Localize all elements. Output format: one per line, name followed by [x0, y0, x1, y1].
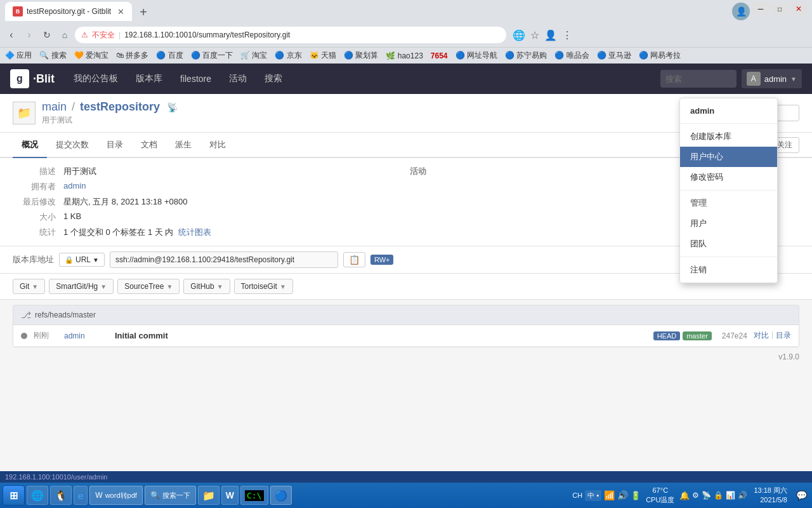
- bookmark-爱淘宝[interactable]: 🧡 爱淘宝: [74, 50, 108, 61]
- spacer7: [400, 227, 463, 238]
- commit-dot: [21, 333, 27, 339]
- tree-link[interactable]: 目录: [776, 330, 791, 341]
- nav-repos[interactable]: 版本库: [127, 64, 171, 94]
- stats-value: 1 个提交和 0 个标签在 1 天 内 统计图表: [63, 227, 400, 238]
- rw-badge: RW+: [370, 255, 394, 265]
- tab-docs[interactable]: 文档: [132, 133, 166, 157]
- sourcetree-button[interactable]: SourceTree ▼: [117, 279, 180, 294]
- translate-icon[interactable]: 🌐: [513, 29, 525, 41]
- ime-indicator[interactable]: 中 •: [585, 490, 601, 501]
- dropdown-users[interactable]: 用户: [680, 213, 777, 234]
- rss-icon[interactable]: 📡: [167, 102, 178, 112]
- modified-label: 最后修改: [13, 196, 63, 208]
- bookmark-京东[interactable]: 🔵 京东: [275, 50, 301, 61]
- activity-spacer: [400, 181, 463, 192]
- git-button[interactable]: Git ▼: [13, 279, 45, 294]
- dropdown-teams[interactable]: 团队: [680, 234, 777, 254]
- desc-label: 描述: [13, 166, 63, 177]
- bookmark-亚马逊[interactable]: 🔵 亚马逊: [597, 50, 631, 61]
- url-type-select[interactable]: 🔒 URL ▼: [59, 253, 105, 267]
- bookmark-hao123[interactable]: 🌿 hao123: [386, 51, 422, 60]
- commit-message: Initial commit: [115, 331, 647, 340]
- dropdown-change-password[interactable]: 修改密码: [680, 167, 777, 187]
- tortoisegit-button[interactable]: TortoiseGit ▼: [234, 279, 293, 294]
- commits-area: ⎇ refs/heads/master 刚刚 admin Initial com…: [13, 305, 799, 347]
- commit-author[interactable]: admin: [64, 331, 108, 340]
- admin-dropdown-trigger[interactable]: A admin ▼: [742, 69, 802, 88]
- dropdown-create-repo[interactable]: 创建版本库: [680, 126, 777, 147]
- nav-activity[interactable]: 活动: [220, 64, 256, 94]
- tab-overview[interactable]: 概况: [13, 133, 47, 158]
- taskbar-cmd-icon[interactable]: C:\: [240, 486, 268, 505]
- stats-label: 统计: [13, 227, 63, 238]
- bookmark-网址导航[interactable]: 🔵 网址导航: [455, 50, 497, 61]
- refresh-button[interactable]: ↻: [39, 27, 55, 43]
- bookmark-拼多多[interactable]: 🛍 拼多多: [116, 50, 148, 61]
- nav-dashboard[interactable]: 我的公告板: [65, 64, 127, 94]
- branch-icon: ⎇: [21, 310, 31, 320]
- dropdown-user-center[interactable]: 用户中心: [680, 147, 777, 167]
- tab-close-icon[interactable]: ✕: [117, 7, 124, 17]
- smartgit-button[interactable]: SmartGit/Hg ▼: [49, 279, 114, 294]
- new-tab-button[interactable]: +: [134, 3, 152, 21]
- bookmark-苏宁易购[interactable]: 🔵 苏宁易购: [505, 50, 547, 61]
- taskbar-qq-icon[interactable]: 🐧: [50, 486, 72, 505]
- taskbar-word-button[interactable]: W word转pdf: [89, 486, 142, 505]
- tray-icon2: 📡: [702, 491, 711, 500]
- app-logo[interactable]: g ·Blit: [10, 69, 55, 88]
- temp-label: CPU温度: [646, 495, 674, 505]
- copy-url-button[interactable]: 📋: [343, 252, 365, 267]
- word-icon: W: [95, 491, 102, 500]
- browser-tab-active[interactable]: B testRepository.git - Gitblit ✕: [5, 2, 132, 21]
- clone-url-input[interactable]: [110, 251, 338, 268]
- repo-owner-link[interactable]: main: [42, 100, 67, 113]
- back-button[interactable]: ‹: [4, 27, 19, 43]
- user-profile-icon[interactable]: 👤: [544, 29, 557, 41]
- tab-compare[interactable]: 对比: [200, 133, 235, 157]
- taskbar-folder-icon[interactable]: 📁: [198, 486, 219, 505]
- forward-button[interactable]: ›: [22, 27, 37, 43]
- bookmark-淘宝[interactable]: 🛒 淘宝: [240, 50, 267, 61]
- nav-search[interactable]: 搜索: [256, 64, 291, 94]
- address-field[interactable]: ⚠ 不安全 | 192.168.1.100:10010/summary/test…: [75, 27, 506, 43]
- url-type-label: URL: [75, 255, 91, 264]
- bookmark-百度[interactable]: 🔵 百度: [156, 50, 183, 61]
- bookmark-搜索[interactable]: 🔍 搜索: [39, 50, 66, 61]
- repo-name-link[interactable]: testRepository: [80, 100, 160, 113]
- taskbar-search-button[interactable]: 🔍 搜索一下: [145, 486, 196, 505]
- badge-head: HEAD: [653, 331, 681, 340]
- owner-link[interactable]: admin: [63, 181, 86, 190]
- notification-panel-btn[interactable]: 💬: [794, 490, 809, 500]
- tab-commits[interactable]: 提交次数: [47, 133, 98, 157]
- bookmark-应用[interactable]: 🔷 应用: [5, 50, 32, 61]
- stats-link[interactable]: 统计图表: [178, 227, 211, 237]
- bookmark-天猫[interactable]: 🐱 天猫: [310, 50, 336, 61]
- maximize-button[interactable]: □: [771, 3, 788, 15]
- logo-icon: g: [10, 69, 29, 88]
- taskbar-ie-icon[interactable]: 🌐: [27, 486, 48, 505]
- bookmark-网易考拉[interactable]: 🔵 网易考拉: [639, 50, 681, 61]
- dropdown-logout[interactable]: 注销: [680, 260, 777, 280]
- tab-forks[interactable]: 派生: [166, 133, 200, 157]
- taskbar-chrome-icon[interactable]: 🔵: [270, 486, 292, 505]
- bookmark-百度一下[interactable]: 🔵 百度一下: [191, 50, 233, 61]
- taskbar-wps-icon[interactable]: W: [221, 486, 239, 505]
- nav-filestore[interactable]: filestore: [171, 64, 220, 94]
- network-icon: 📶: [604, 490, 615, 500]
- diff-link[interactable]: 对比: [754, 330, 769, 341]
- search-input[interactable]: [660, 70, 737, 88]
- bookmark-star-icon[interactable]: ☆: [530, 29, 539, 41]
- system-tray: CH 中 • 📶 🔊 🔋 67°C CPU温度 🔔 ⚙ 📡 🔒 📊 🔊 13:1…: [572, 486, 809, 505]
- taskbar-ie2-icon[interactable]: e: [74, 486, 88, 505]
- bookmark-聚划算[interactable]: 🔵 聚划算: [344, 50, 378, 61]
- bookmark-7654[interactable]: 7654: [431, 51, 448, 60]
- start-button[interactable]: ⊞: [3, 485, 25, 505]
- clock-time: 13:18 周六: [754, 486, 787, 495]
- tab-tree[interactable]: 目录: [98, 133, 132, 157]
- bookmark-唯品会[interactable]: 🔵 唯品会: [554, 50, 589, 61]
- home-button[interactable]: ⌂: [57, 27, 72, 43]
- github-button[interactable]: GitHub ▼: [183, 279, 230, 294]
- close-button[interactable]: ✕: [790, 3, 807, 15]
- minimize-button[interactable]: ─: [752, 3, 769, 15]
- browser-menu-icon[interactable]: ⋮: [562, 29, 572, 41]
